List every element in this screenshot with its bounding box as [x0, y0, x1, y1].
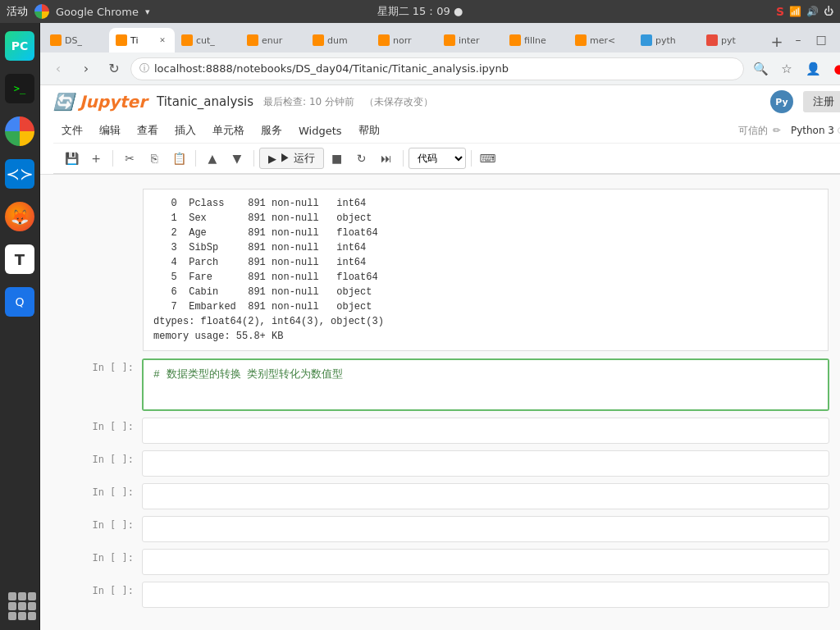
dock-item-pycharm[interactable]: PC: [0, 26, 39, 66]
menu-help[interactable]: 帮助: [350, 120, 388, 141]
system-tray: S 📶 🔊 ⏻: [776, 5, 833, 18]
interrupt-button[interactable]: ■: [326, 147, 349, 170]
empty-cell-5: In [ ]:: [68, 549, 829, 575]
tab-favicon-fill: [509, 34, 521, 46]
run-button[interactable]: ▶ ▶ 运行: [259, 148, 324, 169]
pencil-icon[interactable]: ✏: [773, 125, 781, 136]
restart-button[interactable]: ↻: [350, 147, 373, 170]
tab-enum[interactable]: enur: [240, 28, 306, 52]
menu-kernel[interactable]: 服务: [253, 120, 290, 141]
url-bar[interactable]: ⓘ localhost:8888/notebooks/DS_day04/Tita…: [130, 57, 744, 80]
close-window-button[interactable]: ✕: [834, 30, 840, 49]
menu-insert[interactable]: 插入: [167, 120, 204, 141]
menu-file[interactable]: 文件: [53, 120, 91, 141]
firefox-icon: 🦊: [5, 202, 34, 231]
network-icon: 📶: [789, 6, 801, 17]
register-button[interactable]: 注册: [803, 91, 840, 112]
code-output: 0 Pclass 891 non-null int64 1 Sex 891 no…: [143, 189, 829, 351]
tab-pyth2[interactable]: pyt: [700, 28, 765, 52]
code-input[interactable]: # 数据类型的转换 类别型转化为数值型: [144, 360, 828, 409]
keyboard-shortcuts-button[interactable]: ⌨: [477, 147, 500, 170]
dock-item-firefox[interactable]: 🦊: [0, 197, 39, 236]
account-button[interactable]: 👤: [801, 57, 824, 80]
move-up-button[interactable]: ▲: [201, 147, 224, 170]
add-cell-button[interactable]: +: [84, 147, 107, 170]
extension-button[interactable]: ●: [828, 57, 840, 80]
run-label: ▶ 运行: [280, 151, 315, 166]
empty-content-4[interactable]: [142, 516, 829, 542]
tab-mer[interactable]: mer<: [568, 28, 634, 52]
tab-controls: – □ ✕: [788, 30, 840, 52]
tab-label-enum: enur: [262, 35, 282, 46]
empty-content-6[interactable]: [142, 582, 829, 608]
system-bar-left: 活动 Google Chrome ▾: [7, 4, 150, 19]
python-logo: Py: [770, 90, 793, 113]
move-down-button[interactable]: ▼: [226, 147, 249, 170]
menu-view[interactable]: 查看: [129, 120, 167, 141]
unsaved-label: （未保存改变）: [364, 95, 433, 109]
save-button[interactable]: 💾: [60, 147, 83, 170]
tab-ds[interactable]: DS_: [43, 28, 109, 52]
tab-fill[interactable]: fillne: [503, 28, 568, 52]
activities-button[interactable]: 活动: [7, 4, 28, 19]
dock-item-vscode[interactable]: ≺≻: [0, 154, 39, 194]
empty-content-3[interactable]: [142, 483, 829, 509]
sogou-icon: S: [776, 5, 784, 18]
toolbar-divider-5: [471, 150, 472, 167]
tab-pyth1[interactable]: pyth: [634, 28, 700, 52]
url-secure-icon: ⓘ: [139, 62, 149, 75]
tab-label-pyth2: pyt: [721, 35, 736, 46]
minimize-button[interactable]: –: [788, 30, 808, 49]
dock-item-chrome[interactable]: [0, 112, 39, 151]
search-button[interactable]: 🔍: [749, 57, 772, 80]
kernel-name: Python 3: [791, 125, 834, 136]
tab-dum[interactable]: dum: [306, 28, 372, 52]
empty-prompt-5: In [ ]:: [68, 549, 142, 575]
tab-titanic[interactable]: Ti ✕: [109, 28, 175, 52]
dock-item-apps[interactable]: [0, 584, 39, 623]
tab-favicon: [50, 34, 62, 46]
menu-widgets[interactable]: Widgets: [290, 121, 350, 140]
menu-edit[interactable]: 编辑: [91, 120, 129, 141]
active-cell-content[interactable]: # 数据类型的转换 类别型转化为数值型: [142, 358, 829, 411]
cells-area: 0 Pclass 891 non-null int64 1 Sex 891 no…: [55, 175, 840, 628]
empty-prompt-6: In [ ]:: [68, 582, 142, 608]
dropdown-arrow[interactable]: ▾: [145, 7, 150, 17]
trusted-badge: 可信的 ✏: [738, 124, 781, 138]
tab-close-button[interactable]: ✕: [157, 34, 168, 46]
tab-cut[interactable]: cut_: [175, 28, 240, 52]
tab-favicon-enum: [247, 34, 258, 46]
empty-cell-6: In [ ]:: [68, 582, 829, 608]
empty-content-1[interactable]: [142, 418, 829, 444]
forward-button[interactable]: ›: [75, 57, 98, 80]
jupyter-title-row: 🔄 Jupyter Titanic_analysis 最后检查: 10 分钟前 …: [53, 85, 840, 118]
empty-content-5[interactable]: [142, 549, 829, 575]
trusted-label: 可信的: [738, 124, 768, 138]
tab-label-inter: inter: [459, 35, 480, 46]
menu-cell[interactable]: 单元格: [204, 120, 253, 141]
dock-item-terminal[interactable]: >_: [0, 69, 39, 108]
tab-inter[interactable]: inter: [437, 28, 503, 52]
notebook-name[interactable]: Titanic_analysis: [157, 94, 253, 109]
back-button[interactable]: ‹: [47, 57, 70, 80]
dock-item-qv[interactable]: Q: [0, 282, 39, 322]
tab-label-fill: fillne: [524, 35, 546, 46]
maximize-button[interactable]: □: [811, 30, 831, 49]
empty-content-2[interactable]: [142, 450, 829, 477]
apps-grid-icon: [5, 589, 34, 619]
paste-button[interactable]: 📋: [167, 147, 190, 170]
toolbar: 💾 + ✂ ⎘ 📋 ▲ ▼ ▶ ▶ 运行 ■ ↻ ⏭: [53, 144, 840, 174]
cell-type-select[interactable]: 代码: [409, 148, 466, 169]
jupyter-area: 🔄 Jupyter Titanic_analysis 最后检查: 10 分钟前 …: [40, 85, 840, 630]
bookmark-button[interactable]: ☆: [775, 57, 798, 80]
tab-norm[interactable]: norr: [372, 28, 437, 52]
reload-button[interactable]: ↻: [103, 57, 126, 80]
new-tab-button[interactable]: +: [765, 30, 788, 52]
restart-run-button[interactable]: ⏭: [375, 147, 398, 170]
tabs-bar: DS_ Ti ✕ cut_ enur dum norr: [40, 23, 840, 52]
dock-item-typora[interactable]: T: [0, 240, 39, 279]
copy-button[interactable]: ⎘: [143, 147, 166, 170]
main-layout: PC >_ ≺≻ 🦊 T Q: [0, 23, 840, 630]
empty-cell-2: In [ ]:: [68, 450, 829, 477]
cut-button[interactable]: ✂: [118, 147, 141, 170]
